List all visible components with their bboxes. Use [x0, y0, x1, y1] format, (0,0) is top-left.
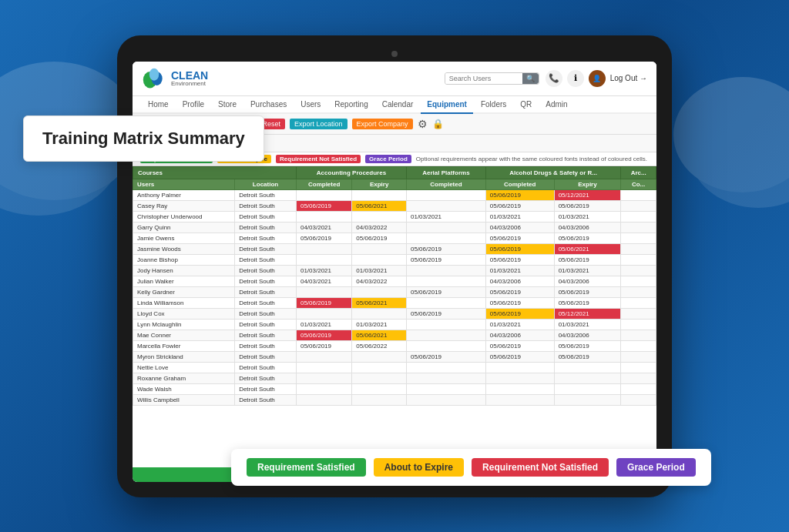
ap-completed-cell	[296, 308, 351, 319]
ap-completed-cell	[296, 373, 351, 383]
aer-completed-cell: 05/06/2019	[406, 286, 485, 297]
ap-expiry-cell: 05/06/2019	[352, 233, 407, 243]
nav-equipment[interactable]: Equipment	[421, 96, 473, 114]
legend-satisfied-badge: Requirement Satisfied	[247, 458, 366, 477]
arc-cell	[621, 243, 656, 254]
aer-completed-cell	[406, 373, 485, 383]
export-company-button[interactable]: Export Company	[352, 119, 413, 129]
alc-expiry-cell	[554, 362, 621, 373]
table-row: Anthony Palmer Detroit South 05/06/2019 …	[133, 189, 656, 200]
ap-expiry-cell: 01/03/2021	[352, 265, 407, 276]
nav-qr[interactable]: QR	[514, 96, 538, 114]
table-row: Lloyd Cox Detroit South 05/06/2019 05/06…	[133, 308, 656, 319]
arc-cell	[621, 276, 656, 286]
nav-purchases[interactable]: Purchases	[244, 96, 293, 114]
arc-cell	[621, 189, 656, 200]
nav-bar: Home Profile Store Purchases Users Repor…	[133, 96, 656, 114]
ap-expiry-cell	[352, 308, 407, 319]
logo-area: CLEAN Environment	[142, 66, 208, 91]
ap-completed-cell	[296, 286, 351, 297]
aer-completed-cell	[406, 340, 485, 351]
ap-expiry-cell	[352, 394, 407, 405]
alc-completed-cell: 05/06/2019	[485, 308, 554, 319]
aer-completed-cell	[406, 265, 485, 276]
info-icon[interactable]: ℹ	[567, 70, 584, 87]
arc-cell	[621, 383, 656, 394]
nav-profile[interactable]: Profile	[176, 96, 210, 114]
training-table: Courses Accounting Procedures Aerial Pla…	[133, 166, 656, 406]
nav-calendar[interactable]: Calendar	[376, 96, 420, 114]
nav-store[interactable]: Store	[212, 96, 243, 114]
alc-completed-subheader: Completed	[485, 179, 554, 189]
location-cell: Detroit South	[235, 243, 297, 254]
ap-expiry-cell	[352, 211, 407, 222]
table-row: Linda Williamson Detroit South 05/06/201…	[133, 297, 656, 308]
page-title-box: Training Matrix Summary	[23, 115, 264, 162]
user-name-cell: Myron Strickland	[133, 351, 235, 362]
alc-expiry-cell	[554, 373, 621, 383]
legend-not-satisfied-badge: Requirement Not Satisfied	[472, 458, 609, 477]
header-right: 🔍 📞 ℹ 👤 Log Out →	[445, 70, 647, 87]
table-row: Jamie Owens Detroit South 05/06/2019 05/…	[133, 233, 656, 243]
user-name-cell: Wade Walsh	[133, 383, 235, 394]
arc-cell	[621, 211, 656, 222]
user-name-cell: Lynn Mclaughlin	[133, 319, 235, 330]
arc-header: Arc...	[621, 166, 656, 179]
location-cell: Detroit South	[235, 351, 297, 362]
header-search-input[interactable]	[445, 73, 522, 84]
nav-admin[interactable]: Admin	[539, 96, 573, 114]
location-cell: Detroit South	[235, 297, 297, 308]
export-location-button[interactable]: Export Location	[290, 119, 347, 129]
user-name-cell: Roxanne Graham	[133, 373, 235, 383]
aer-completed-cell	[406, 200, 485, 211]
ap-expiry-cell	[352, 254, 407, 265]
nav-folders[interactable]: Folders	[475, 96, 512, 114]
location-cell: Detroit South	[235, 265, 297, 276]
user-name-cell: Jamie Owens	[133, 233, 235, 243]
arc-cell	[621, 286, 656, 297]
ap-expiry-cell: 05/06/2021	[352, 330, 407, 340]
alc-completed-cell: 05/06/2019	[485, 254, 554, 265]
page-title: Training Matrix Summary	[42, 129, 245, 148]
ap-completed-cell	[296, 243, 351, 254]
phone-icon[interactable]: 📞	[546, 70, 562, 87]
courses-header: Courses	[133, 166, 297, 179]
users-subheader: Users	[133, 179, 235, 189]
app-header: CLEAN Environment 🔍 📞 ℹ 👤 Log Out →	[133, 62, 656, 96]
nav-users[interactable]: Users	[294, 96, 327, 114]
lock-icon[interactable]: 🔒	[432, 119, 444, 129]
legend-note: Optional requirements appear with the sa…	[416, 156, 647, 162]
user-name-cell: Linda Williamson	[133, 297, 235, 308]
ap-completed-cell: 05/06/2019	[296, 297, 351, 308]
location-cell: Detroit South	[235, 373, 297, 383]
table-row: Julian Walker Detroit South 04/03/2021 0…	[133, 276, 656, 286]
ap-expiry-cell	[352, 243, 407, 254]
nav-home[interactable]: Home	[142, 96, 175, 114]
ap-completed-cell: 05/06/2019	[296, 233, 351, 243]
logout-button[interactable]: Log Out →	[610, 74, 647, 82]
alc-expiry-subheader: Expiry	[554, 179, 621, 189]
location-subheader: Location	[235, 179, 297, 189]
table-row: Marcella Fowler Detroit South 05/06/2019…	[133, 340, 656, 351]
aerial-header: Aerial Platforms	[406, 166, 485, 179]
arc-cell	[621, 265, 656, 276]
ap-completed-cell: 05/06/2019	[296, 340, 351, 351]
avatar[interactable]: 👤	[589, 70, 606, 87]
arc-cell	[621, 351, 656, 362]
settings-icon[interactable]: ⚙	[418, 118, 428, 130]
user-name-cell: Jasmine Woods	[133, 243, 235, 254]
alc-expiry-cell: 05/12/2021	[554, 189, 621, 200]
table-row: Casey Ray Detroit South 05/06/2019 05/06…	[133, 200, 656, 211]
header-search-button[interactable]: 🔍	[522, 73, 539, 84]
alc-expiry-cell: 05/06/2019	[554, 233, 621, 243]
table-row: Roxanne Graham Detroit South	[133, 373, 656, 383]
user-name-cell: Nettie Love	[133, 362, 235, 373]
arc-cell	[621, 233, 656, 243]
nav-reporting[interactable]: Reporting	[328, 96, 374, 114]
sub-header-row: Users Location Completed Expiry Complete…	[133, 179, 656, 189]
location-cell: Detroit South	[235, 276, 297, 286]
header-search-wrapper: 🔍	[445, 72, 539, 85]
location-cell: Detroit South	[235, 362, 297, 373]
logo-icon	[142, 66, 166, 91]
aer-completed-cell	[406, 362, 485, 373]
